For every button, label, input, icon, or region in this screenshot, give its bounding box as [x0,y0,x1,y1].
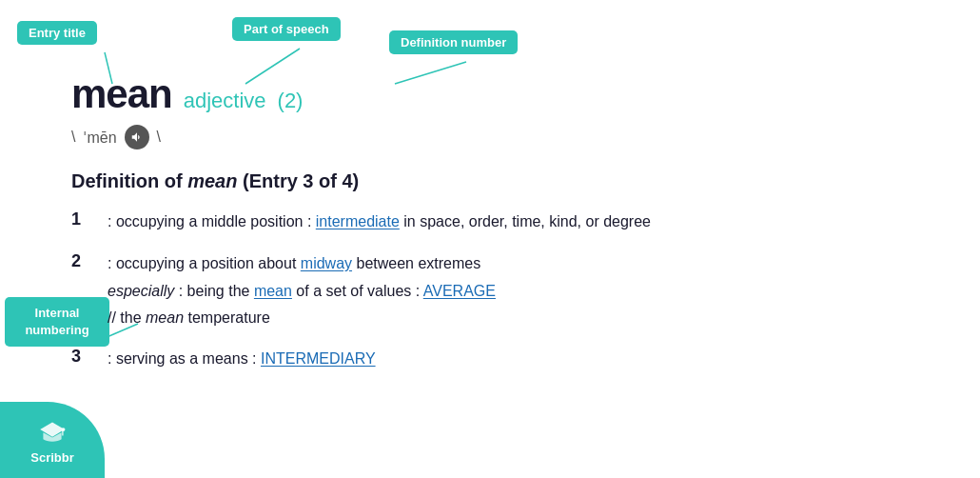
def-number-3: 3 [71,347,90,367]
def-number-2: 2 [71,251,90,271]
entry-pos: adjective [184,89,266,113]
definition-item-1: 1 : occupying a middle position : interm… [71,209,951,234]
def-body-3: : serving as a means : INTERMEDIARY [108,347,376,371]
entry-number: (2) [278,89,304,113]
scribbr-label: Scribbr [30,450,74,465]
scribbr-logo: Scribbr [0,402,105,478]
link-intermediate[interactable]: intermediate [316,213,400,229]
entry-word: mean [71,71,172,117]
definition-number-annotation: Definition number [389,30,518,54]
svg-rect-5 [62,429,63,435]
definition-heading: Definition of mean (Entry 3 of 4) [71,170,951,192]
speaker-button[interactable] [125,125,149,149]
pronunciation: \ ˈmēn \ [71,125,951,149]
def-body-2: : occupying a position about midway betw… [108,251,496,330]
main-content: mean adjective (2) \ ˈmēn \ Definition o… [71,71,951,388]
scribbr-icon [37,416,68,447]
pron-backslash-right: \ [157,129,161,146]
svg-point-4 [62,428,66,431]
def-sub-2: especially : being the mean of a set of … [108,279,496,304]
entry-header: mean adjective (2) [71,71,951,117]
definition-item-3: 3 : serving as a means : INTERMEDIARY [71,347,951,371]
def-example-2: // the mean temperature [108,306,496,330]
part-of-speech-annotation: Part of speech [232,17,341,41]
def-body-1: : occupying a middle position : intermed… [108,209,651,234]
speaker-icon [130,130,144,144]
def-number-1: 1 [71,209,90,229]
entry-title-annotation: Entry title [17,21,97,45]
pron-backslash-left: \ [71,129,75,146]
definition-item-2: 2 : occupying a position about midway be… [71,251,951,330]
phonetic-text: ˈmēn [83,129,116,147]
link-intermediary[interactable]: INTERMEDIARY [261,350,376,367]
link-mean[interactable]: mean [254,283,292,299]
link-midway[interactable]: midway [301,255,352,271]
link-average[interactable]: AVERAGE [423,283,496,299]
